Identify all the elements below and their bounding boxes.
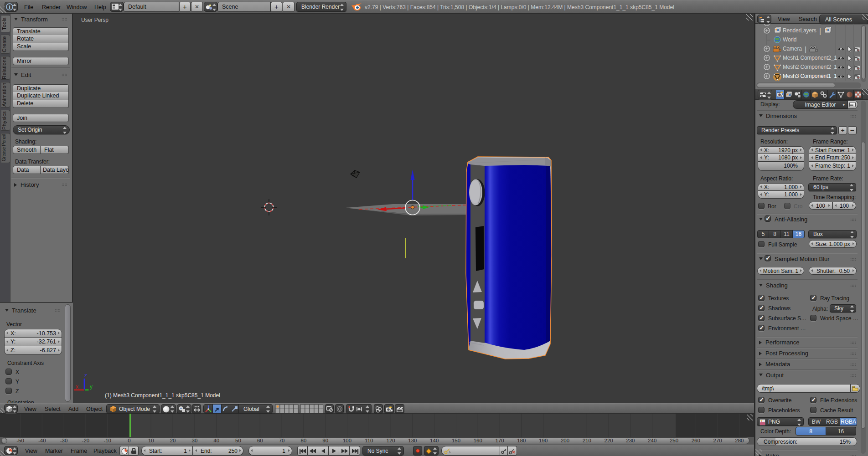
svg-text:x: x <box>76 384 78 390</box>
svg-text:i: i <box>9 4 10 10</box>
svg-text:z: z <box>84 372 87 379</box>
svg-text:y: y <box>90 384 93 390</box>
